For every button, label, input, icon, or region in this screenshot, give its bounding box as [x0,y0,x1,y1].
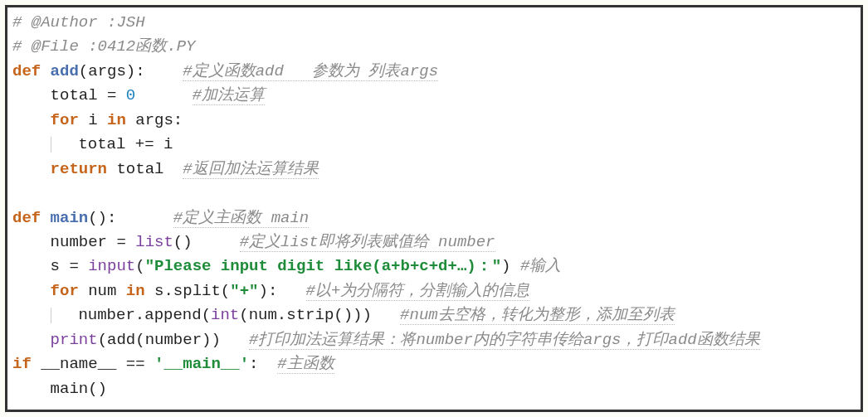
code-token [12,160,51,178]
code-line: number.append(int(num.strip())) #num去空格，… [12,303,856,327]
code-token: if [12,355,41,373]
code-token: (): [88,209,173,227]
code-token: return [51,160,117,178]
code-token: # @File :0412函数.PY [12,37,195,56]
code-token: input [88,257,135,275]
code-token: # @Author :JSH [12,13,145,32]
code-token: "+" [230,282,258,300]
code-line: def main(): #定义主函数 main [12,206,856,230]
code-line: print(add(number)) #打印加法运算结果：将number内的字符… [12,328,856,352]
code-line: if __name__ == '__main__': #主函数 [12,352,856,376]
code-token: for [51,282,89,300]
code-token: args: [135,111,183,129]
code-token: int [211,306,239,324]
code-line: def add(args): #定义函数add 参数为 列表args [12,60,856,84]
code-line: s = input("Please input digit like(a+b+c… [12,255,856,279]
code-token: #加法运算 [193,86,265,105]
code-token [12,135,51,153]
code-line [12,182,856,206]
code-token: #输入 [520,257,561,275]
code-token: total [116,160,183,178]
code-token: main() [12,380,107,398]
code-token: "Please input digit like(a+b+c+d+…)：" [145,257,501,275]
code-line: main() [12,377,856,401]
code-token [12,306,51,324]
code-token: #num去空格，转化为整形，添加至列表 [400,306,675,325]
code-token: (add(number)) [98,331,249,349]
code-token: ) [501,257,520,275]
code-token: () [173,233,240,251]
code-token [12,331,51,349]
code-token [51,308,51,323]
code-line: for i in args: [12,109,856,133]
code-line: number = list() #定义list即将列表赋值给 number [12,230,856,255]
code-token: (args): [79,62,183,80]
code-token: #定义函数add 参数为 列表args [183,62,438,81]
code-frame: # @Author :JSH# @File :0412函数.PYdef add(… [5,5,863,412]
code-token: #定义主函数 main [173,209,309,228]
code-line: # @File :0412函数.PY [12,35,856,59]
code-token: __name__ == [41,355,154,373]
code-token: i [88,111,107,129]
code-token [12,111,51,129]
code-token: #打印加法运算结果：将number内的字符串传给args，打印add函数结果 [249,331,760,350]
code-token: s = [12,257,88,275]
code-token: in [107,111,135,129]
code-token: main [51,209,89,227]
code-token: add [51,62,79,80]
code-token: (num.strip())) [239,306,400,324]
code-token: in [126,282,154,300]
code-token: list [135,233,173,251]
code-token: #返回加法运算结果 [183,160,318,179]
code-token [51,137,51,153]
code-line: total = 0 #加法运算 [12,84,856,108]
code-line: total += i [12,133,856,157]
code-token: total += i [60,135,173,153]
code-token: def [12,209,51,227]
code-token: num [88,282,126,300]
code-token: number.append( [60,306,211,324]
code-token [12,184,22,202]
code-token: #主函数 [277,355,334,374]
code-line: return total #返回加法运算结果 [12,158,856,182]
code-token: print [51,331,98,349]
code-body: # @Author :JSH# @File :0412函数.PYdef add(… [12,11,856,401]
code-token: total = [12,86,126,104]
code-token: s.split( [154,282,230,300]
code-token: def [12,62,51,80]
code-token: 0 [126,86,135,104]
code-line: for num in s.split("+"): #以+为分隔符，分割输入的信息 [12,279,856,303]
code-token: '__main__' [154,355,249,373]
code-line: # @Author :JSH [12,11,856,35]
code-token: number = [12,233,135,251]
code-token: : [249,355,277,373]
code-token: ( [135,257,144,275]
code-token: #定义list即将列表赋值给 number [240,233,495,252]
code-token: for [51,111,89,129]
code-token [135,86,192,104]
code-token [12,282,51,300]
code-token: ): [258,282,305,300]
code-token: #以+为分隔符，分割输入的信息 [306,282,530,301]
